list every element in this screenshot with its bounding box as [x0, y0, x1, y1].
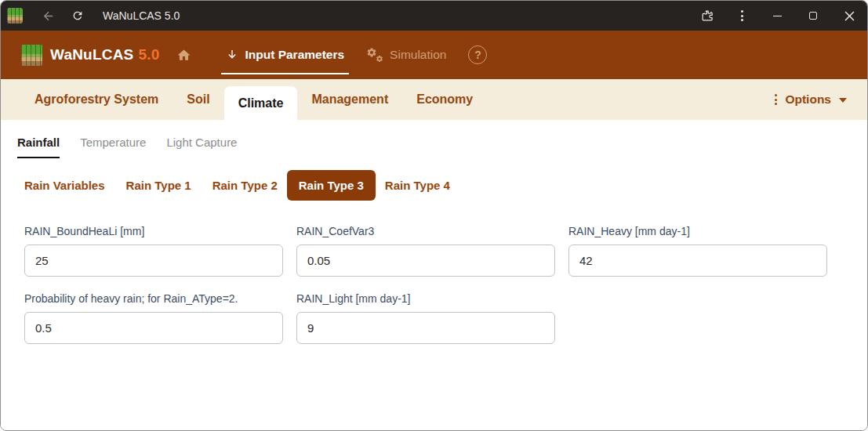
app-nav: Input Parameters Simulation — [215, 31, 457, 79]
rain-boundheali-input[interactable] — [24, 244, 283, 277]
field-label: RAIN_Heavy [mm day-1] — [568, 225, 827, 237]
nav-input-parameters[interactable]: Input Parameters — [215, 31, 355, 79]
options-kebab-icon — [775, 94, 777, 105]
window-maximize-button[interactable] — [795, 1, 831, 31]
app-logo-icon — [21, 45, 42, 66]
subtab-rainfall[interactable]: Rainfall — [17, 136, 60, 158]
tab-soil[interactable]: Soil — [173, 79, 223, 120]
browser-menu-kebab-icon[interactable] — [725, 1, 759, 31]
rain-type-tabs: Rain Variables Rain Type 1 Rain Type 2 R… — [24, 179, 867, 192]
subtab-light-capture[interactable]: Light Capture — [166, 136, 237, 158]
extensions-icon[interactable] — [690, 1, 725, 31]
rain-light-input[interactable] — [296, 312, 555, 344]
browser-titlebar: WaNuLCAS 5.0 — [1, 1, 867, 31]
brand-version: 5.0 — [138, 46, 159, 63]
browser-back-icon[interactable] — [37, 5, 59, 27]
app-brand: WaNuLCAS5.0 — [50, 46, 159, 63]
tab-management[interactable]: Management — [297, 79, 402, 120]
field-rain-heavy: RAIN_Heavy [mm day-1] — [568, 225, 827, 277]
app-header: WaNuLCAS5.0 Input Parameters Simulation … — [1, 31, 867, 79]
field-rain-light: RAIN_Light [mm day-1] — [296, 292, 555, 344]
field-rain-coefvar3: RAIN_CoefVar3 — [296, 225, 555, 277]
browser-tab-title: WaNuLCAS 5.0 — [103, 9, 180, 22]
rain-coefvar3-input[interactable] — [296, 244, 555, 277]
tab-agroforestry-system[interactable]: Agroforestry System — [20, 79, 173, 120]
rain-heavy-input[interactable] — [568, 244, 827, 277]
rain-tab-type-4[interactable]: Rain Type 4 — [385, 179, 450, 192]
gears-icon — [366, 47, 383, 63]
site-favicon-icon — [7, 8, 23, 24]
main-tabbar: Agroforestry System Soil Climate Managem… — [1, 79, 867, 120]
field-rain-boundheali: RAIN_BoundHeaLi [mm] — [24, 225, 283, 277]
field-prob-heavy-rain: Probability of heavy rain; for Rain_ATyp… — [24, 292, 283, 344]
home-button[interactable] — [176, 48, 191, 63]
chevron-down-icon — [839, 98, 847, 103]
tab-economy[interactable]: Economy — [402, 79, 487, 120]
rain-tab-type-2[interactable]: Rain Type 2 — [212, 179, 278, 192]
browser-window: WaNuLCAS 5.0 WaNuLCAS5.0 — [0, 0, 868, 431]
rain-tab-variables[interactable]: Rain Variables — [24, 179, 105, 192]
field-label: RAIN_Light [mm day-1] — [296, 292, 555, 305]
field-label: Probability of heavy rain; for Rain_ATyp… — [24, 292, 283, 305]
field-label: RAIN_BoundHeaLi [mm] — [24, 225, 283, 237]
browser-reload-icon[interactable] — [67, 5, 89, 27]
download-arrow-icon — [226, 49, 238, 61]
climate-subtabs: Rainfall Temperature Light Capture — [1, 120, 867, 158]
nav-simulation[interactable]: Simulation — [355, 31, 457, 79]
rain-tab-type-1[interactable]: Rain Type 1 — [126, 179, 191, 192]
options-menu-button[interactable]: Options — [765, 79, 867, 120]
window-minimize-button[interactable] — [759, 1, 795, 31]
prob-heavy-rain-input[interactable] — [24, 312, 283, 344]
rain-tab-type-3[interactable]: Rain Type 3 — [287, 170, 376, 201]
rain-type-3-form: RAIN_BoundHeaLi [mm] RAIN_CoefVar3 RAIN_… — [24, 225, 847, 344]
help-icon[interactable]: ? — [468, 45, 487, 64]
window-close-button[interactable] — [831, 1, 867, 31]
field-label: RAIN_CoefVar3 — [296, 225, 555, 237]
subtab-temperature[interactable]: Temperature — [80, 136, 146, 158]
tab-climate[interactable]: Climate — [224, 86, 298, 120]
climate-panel: Rainfall Temperature Light Capture Rain … — [1, 120, 867, 430]
brand-name: WaNuLCAS — [50, 46, 133, 63]
tabbar-spacer — [487, 79, 765, 120]
